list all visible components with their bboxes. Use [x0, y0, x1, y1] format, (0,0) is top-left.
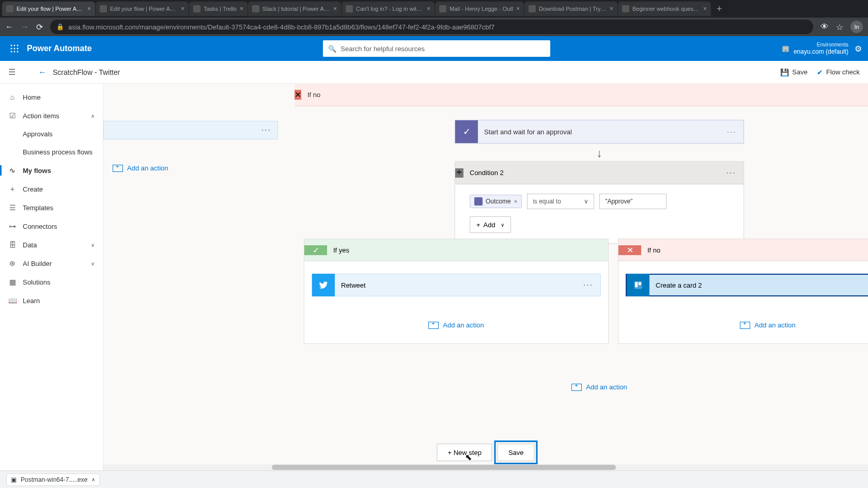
add-action-link[interactable]: Add an action: [113, 164, 284, 172]
sidebar-item-data[interactable]: 🗄Data∨: [0, 235, 103, 254]
sidebar-item-connectors[interactable]: ⊶Connectors: [0, 217, 103, 235]
operator-dropdown[interactable]: is equal to ∨: [527, 194, 594, 209]
approval-icon: ✓: [455, 120, 478, 143]
star-icon[interactable]: ☆: [836, 22, 843, 32]
browser-tab[interactable]: Edit your flow | Power Auto×: [2, 2, 95, 16]
close-icon[interactable]: ×: [703, 5, 707, 12]
add-action-icon: [428, 322, 439, 329]
app-launcher-icon[interactable]: [6, 40, 23, 57]
learn-icon: 📖: [8, 296, 17, 305]
browser-tab[interactable]: Beginner webhook question×: [618, 2, 711, 16]
lock-icon: 🔒: [56, 23, 64, 30]
browser-nav-bar: ← → ⟳ 🔒 asia.flow.microsoft.com/manage/e…: [0, 18, 868, 36]
value-input[interactable]: "Approve": [599, 194, 667, 209]
add-action-icon: [113, 165, 123, 172]
browser-tab[interactable]: Download Postman | Try Po×: [524, 2, 617, 16]
svg-point-6: [11, 51, 12, 53]
add-condition-button[interactable]: + Add ∨: [470, 216, 511, 233]
truncated-action-card[interactable]: ···: [103, 121, 278, 139]
close-icon[interactable]: ×: [181, 5, 184, 12]
if-no-branch-header-top[interactable]: ✕ If no: [295, 84, 868, 106]
new-step-button[interactable]: + New step: [437, 444, 492, 461]
trello-icon: [627, 274, 649, 296]
forward-button[interactable]: →: [21, 22, 29, 32]
plus-icon: +: [476, 221, 481, 229]
close-icon[interactable]: ×: [87, 5, 91, 12]
sidebar-item-approvals[interactable]: Approvals: [0, 125, 103, 143]
close-icon[interactable]: ×: [333, 5, 337, 12]
horizontal-scrollbar[interactable]: [103, 464, 868, 470]
template-icon: ☰: [8, 203, 17, 212]
more-icon[interactable]: ···: [719, 168, 743, 178]
chevron-down-icon: ∨: [501, 222, 504, 228]
browser-tab[interactable]: Tasks | Trello×: [189, 2, 247, 16]
back-arrow-icon[interactable]: ←: [38, 68, 47, 77]
browser-tab[interactable]: Edit your flow | Power Auto×: [96, 2, 189, 16]
sidebar-item-action-items[interactable]: ☑Action items∧: [0, 106, 103, 125]
chevron-up-icon: ∧: [91, 113, 95, 119]
sidebar-item-home[interactable]: ⌂Home: [0, 88, 103, 106]
home-icon: ⌂: [8, 93, 17, 101]
svg-point-0: [11, 45, 12, 46]
environment-picker[interactable]: 🏢 Environments enayu.com (default): [782, 42, 848, 55]
flow-checker-button[interactable]: ✔Flow check: [817, 68, 860, 76]
download-item[interactable]: ▣ Postman-win64-7.....exe ∧: [6, 474, 100, 486]
profile-avatar[interactable]: In: [850, 21, 863, 33]
more-icon[interactable]: ···: [261, 125, 271, 135]
remove-token-icon[interactable]: ×: [514, 198, 517, 204]
approval-action-card[interactable]: ✓ Start and wait for an approval ···: [455, 120, 744, 144]
condition-card[interactable]: ⫩ Condition 2 ··· Outcome × is: [455, 161, 744, 244]
sidebar-item-solutions[interactable]: ▦Solutions: [0, 273, 103, 291]
command-bar: ☰ ← ScratchFlow - Twitter 💾Save ✔Flow ch…: [0, 61, 868, 84]
browser-tab[interactable]: Slack | tutorial | Power Auto×: [248, 2, 341, 16]
sidebar-item-my-flows[interactable]: ∿My flows: [0, 161, 103, 180]
sidebar-item-create[interactable]: +Create: [0, 180, 103, 198]
add-action-link[interactable]: Add an action: [455, 383, 744, 391]
settings-icon[interactable]: ⚙: [855, 44, 862, 54]
save-flow-button[interactable]: Save: [498, 444, 535, 461]
svg-point-5: [17, 48, 19, 50]
scrollbar-thumb[interactable]: [272, 465, 616, 470]
svg-rect-11: [639, 282, 641, 285]
arrow-down-icon: ↓: [455, 144, 744, 161]
flow-title: ScratchFlow - Twitter: [53, 68, 120, 76]
add-action-link[interactable]: Add an action: [312, 321, 601, 329]
flow-canvas[interactable]: ··· Add an action ✕ If no ✓ Start and wa…: [103, 84, 868, 470]
save-icon: 💾: [780, 68, 789, 76]
sidebar-item-ai-builder[interactable]: ⊛AI Builder∨: [0, 254, 103, 273]
svg-point-1: [14, 45, 16, 46]
close-icon[interactable]: ×: [240, 5, 243, 12]
create-card-action[interactable]: Create a card 2: [626, 274, 868, 296]
eye-icon[interactable]: 👁: [820, 22, 829, 32]
close-icon[interactable]: ×: [427, 5, 430, 12]
close-icon[interactable]: ×: [516, 5, 520, 12]
check-icon: ✓: [304, 245, 327, 255]
connector-icon: ⊶: [8, 222, 17, 230]
browser-tab[interactable]: Can't log in? - Log in with A×: [342, 2, 435, 16]
more-icon[interactable]: ···: [720, 128, 743, 136]
sidebar-item-bpf[interactable]: Business process flows: [0, 143, 103, 161]
address-bar[interactable]: 🔒 asia.flow.microsoft.com/manage/environ…: [50, 20, 813, 34]
dynamic-content-token[interactable]: Outcome ×: [470, 195, 522, 208]
svg-point-4: [14, 48, 16, 50]
twitter-icon: [312, 274, 335, 296]
hamburger-icon[interactable]: ☰: [8, 67, 16, 77]
browser-tab[interactable]: Mail - Henry Legge - Outl×: [435, 2, 524, 16]
search-input[interactable]: 🔍 Search for helpful resources: [323, 40, 550, 57]
new-tab-button[interactable]: +: [711, 4, 727, 14]
more-icon[interactable]: ···: [576, 280, 600, 290]
add-action-link[interactable]: Add an action: [626, 321, 868, 329]
if-yes-header[interactable]: ✓ If yes: [304, 239, 609, 261]
browser-tab-strip: Edit your flow | Power Auto× Edit your f…: [0, 0, 868, 18]
retweet-action-card[interactable]: Retweet ···: [312, 274, 601, 296]
sidebar-item-learn[interactable]: 📖Learn: [0, 291, 103, 310]
close-icon[interactable]: ×: [610, 5, 613, 12]
save-button[interactable]: 💾Save: [780, 68, 808, 76]
back-button[interactable]: ←: [5, 22, 13, 32]
checker-icon: ✔: [817, 68, 823, 76]
chevron-up-icon[interactable]: ∧: [91, 477, 95, 482]
sidebar-item-templates[interactable]: ☰Templates: [0, 198, 103, 217]
x-icon: ✕: [618, 245, 641, 255]
if-no-header[interactable]: ✕ If no: [618, 239, 868, 261]
reload-button[interactable]: ⟳: [36, 22, 43, 32]
